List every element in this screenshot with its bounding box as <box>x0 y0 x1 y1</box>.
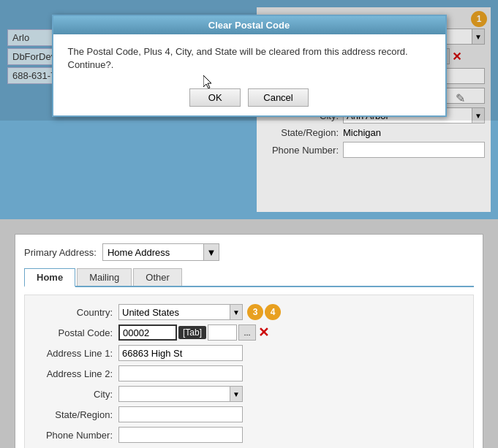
postal-ellipsis-btn-bottom[interactable]: ... <box>238 324 256 341</box>
city-label-bottom: City: <box>31 389 118 400</box>
dialog-overlay: Clear Postal Code The Postal Code, Plus … <box>0 0 498 121</box>
state-value-top: Michigan <box>343 127 381 138</box>
primary-address-label: Primary Address: <box>24 247 97 258</box>
phone-row-top: Phone Number: <box>263 142 485 158</box>
primary-address-select[interactable]: Home Address <box>102 243 219 261</box>
address1-input-bottom[interactable] <box>118 345 243 361</box>
dialog-title: Clear Postal Code <box>53 16 445 34</box>
address-panel: Primary Address: Home Address ▼ Home Mai… <box>15 234 483 448</box>
ok-button[interactable]: OK <box>189 88 241 107</box>
postal-row-bottom: Postal Code: [Tab] ... ✕ <box>31 324 467 341</box>
postal-plus4-bottom[interactable] <box>208 324 237 341</box>
phone-row-bottom: Phone Number: <box>31 427 467 443</box>
primary-address-row: Primary Address: Home Address ▼ <box>24 243 474 261</box>
city-select-bottom[interactable] <box>118 386 243 402</box>
top-section: Arlo DbForDev@ministrybrands.com 688-631… <box>0 0 498 219</box>
cancel-button[interactable]: Cancel <box>248 88 308 107</box>
step-badge-4: 4 <box>265 304 281 320</box>
primary-address-select-wrapper: Home Address ▼ <box>102 243 219 261</box>
tab-key-indicator: [Tab] <box>178 326 206 339</box>
address2-row-bottom: Address Line 2: <box>31 365 467 381</box>
city-row-bottom: City: ▼ <box>31 386 467 402</box>
state-label-bottom: State/Region: <box>31 409 118 420</box>
state-row-top: State/Region: Michigan <box>263 127 485 138</box>
bottom-section: Primary Address: Home Address ▼ Home Mai… <box>0 223 498 448</box>
dialog-message: The Postal Code, Plus 4, City, and State… <box>53 34 445 83</box>
city-select-bottom-wrapper: ▼ <box>118 386 243 402</box>
tab-home[interactable]: Home <box>24 268 75 287</box>
state-input-bottom[interactable] <box>118 406 243 422</box>
country-select-bottom[interactable]: United States <box>118 304 243 320</box>
phone-input-bottom[interactable] <box>118 427 243 443</box>
country-select-bottom-wrapper: United States ▼ <box>118 304 243 320</box>
address2-label-bottom: Address Line 2: <box>31 368 118 379</box>
dialog-box: Clear Postal Code The Postal Code, Plus … <box>52 15 447 117</box>
tabs-row: Home Mailing Other <box>24 268 474 287</box>
address2-input-bottom[interactable] <box>118 365 243 381</box>
country-label-bottom: Country: <box>31 307 118 318</box>
address1-label-bottom: Address Line 1: <box>31 348 118 359</box>
postal-clear-btn-bottom[interactable]: ✕ <box>258 324 269 341</box>
postal-input-bottom[interactable] <box>118 324 177 341</box>
phone-label-top: Phone Number: <box>263 145 343 156</box>
tab-other[interactable]: Other <box>133 268 182 286</box>
state-row-bottom: State/Region: <box>31 406 467 422</box>
tab-mailing[interactable]: Mailing <box>77 268 132 286</box>
postal-inputs-bottom: [Tab] ... ✕ <box>118 324 269 341</box>
postal-label-bottom: Postal Code: <box>31 327 118 338</box>
state-label-top: State/Region: <box>263 127 343 138</box>
tab-content-home: Country: United States ▼ 3 4 Postal Code… <box>24 295 474 448</box>
phone-input-top[interactable] <box>343 142 485 158</box>
phone-label-bottom: Phone Number: <box>31 430 118 441</box>
country-row-bottom: Country: United States ▼ 3 4 <box>31 304 467 320</box>
address1-row-bottom: Address Line 1: <box>31 345 467 361</box>
step-badge-3: 3 <box>247 304 263 320</box>
dialog-buttons: OK Cancel <box>53 83 445 115</box>
